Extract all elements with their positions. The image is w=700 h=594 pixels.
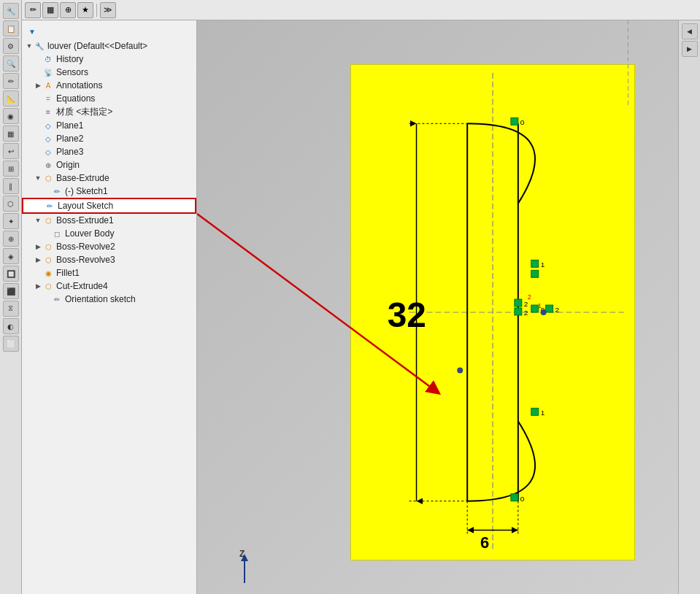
svg-rect-19 [515,308,522,315]
expand-orientation-sketch [42,295,51,304]
tree-item-plane1[interactable]: ◇ Plane1 [22,119,196,132]
expand-annotations[interactable]: ▶ [34,81,42,90]
toolbar-btn-15[interactable]: ◈ [3,248,19,264]
toolbar-btn-10[interactable]: ⊞ [3,161,19,177]
toolbar-btn-4[interactable]: 🔍 [3,55,19,72]
left-toolbar: 🔧 📋 ⚙ 🔍 ✏ 📐 ◉ ▦ ↩ ⊞ ∥ ⬡ ✦ ⊕ ◈ 🔲 ⬛ ⧖ ◐ ⬜ [0,0,22,594]
tree-item-cut-extrude4[interactable]: ▶ ⬡ Cut-Extrude4 [22,279,196,293]
z-axis-indicator: Z [234,548,255,587]
svg-rect-14 [531,260,539,267]
toolbar-btn-12[interactable]: ⬡ [3,196,19,212]
toolbar-btn-18[interactable]: ⧖ [3,301,19,317]
toolbar-btn-3[interactable]: ⚙ [3,38,19,54]
label-base-extrude: Base-Extrude [56,173,109,183]
tree-item-boss-revolve3[interactable]: ▶ ⬡ Boss-Revolve3 [22,253,196,266]
toolbar-btn-8[interactable]: ▦ [3,126,19,142]
label-louver-body: Louver Body [65,228,114,239]
right-btn-2[interactable]: ▶ [682,41,698,57]
toolbar-btn-14[interactable]: ⊕ [3,231,19,247]
toolbar-btn-5[interactable]: ✏ [3,73,19,89]
dash-line-top [628,20,628,108]
expand-sensors [34,68,42,77]
expand-boss-extrude1[interactable]: ▼ [34,216,42,225]
label-boss-revolve3: Boss-Revolve3 [56,255,115,265]
expand-fillet1 [34,269,42,277]
tree-item-history[interactable]: ⏱ History [22,53,196,66]
tree-item-layout-sketch[interactable]: ✏ Layout Sketch [22,198,196,214]
svg-rect-16 [531,270,539,277]
svg-text:32: 32 [388,296,426,334]
tree-item-base-extrude[interactable]: ▼ ⬡ Base-Extrude [22,171,196,185]
top-btn-insert[interactable]: ⊕ [60,2,76,18]
tree-item-boss-extrude1[interactable]: ▼ ⬡ Boss-Extrude1 [22,214,196,227]
expand-boss-revolve2[interactable]: ▶ [34,242,42,251]
feature-tree[interactable]: ▼ ▼ 🔧 louver (Default<<Default> ⏱ Histor… [22,20,197,594]
icon-equations: = [42,93,54,104]
tree-item-louver-body[interactable]: ◻ Louver Body [22,227,196,240]
icon-plane2: ◇ [42,133,54,144]
tree-item-orientation-sketch[interactable]: ✏ Orientation sketch [22,293,196,306]
tree-item-boss-revolve2[interactable]: ▶ ⬡ Boss-Revolve2 [22,240,196,253]
expand-plane1 [34,121,42,130]
icon-origin: ⊕ [42,159,54,171]
svg-text:2: 2 [524,300,528,308]
toolbar-btn-20[interactable]: ⬜ [3,336,19,352]
toolbar-btn-9[interactable]: ↩ [3,143,19,159]
toolbar-btn-11[interactable]: ∥ [3,178,19,194]
icon-boss-extrude1: ⬡ [42,215,54,226]
icon-boss-revolve3: ⬡ [42,254,54,266]
icon-sketch1: ✏ [51,185,63,197]
top-btn-star[interactable]: ★ [77,2,93,18]
tree-item-equations[interactable]: = Equations [22,92,196,105]
expand-plane3 [34,147,42,156]
label-equations: Equations [56,93,95,104]
tree-item-fillet1[interactable]: ◉ Fillet1 [22,266,196,279]
icon-orientation-sketch: ✏ [51,293,63,305]
toolbar-btn-16[interactable]: 🔲 [3,266,19,282]
tree-item-material[interactable]: ≡ 材质 <未指定> [22,105,196,119]
tree-item-origin[interactable]: ⊕ Origin [22,158,196,171]
expand-base-extrude[interactable]: ▼ [34,174,42,182]
viewport[interactable]: 32 6 0 1 2 [197,20,678,594]
icon-material: ≡ [42,107,54,118]
svg-text:0: 0 [520,495,525,503]
label-sketch1: (-) Sketch1 [65,186,108,196]
expand-plane2 [34,134,42,143]
toolbar-btn-7[interactable]: ◉ [3,108,19,124]
icon-plane1: ◇ [42,120,54,131]
tree-item-root[interactable]: ▼ 🔧 louver (Default<<Default> [22,39,196,53]
toolbar-btn-19[interactable]: ◐ [3,318,19,334]
content-area: ▼ ▼ 🔧 louver (Default<<Default> ⏱ Histor… [22,20,700,594]
top-btn-sketch[interactable]: ✏ [25,2,41,18]
svg-text:2: 2 [524,309,528,317]
toolbar-btn-13[interactable]: ✦ [3,213,19,229]
tree-item-sketch1[interactable]: ✏ (-) Sketch1 [22,185,196,198]
tree-item-sensors[interactable]: 📡 Sensors [22,66,196,79]
z-axis-svg: Z [234,548,255,585]
top-btn-more[interactable]: ≫ [100,2,116,18]
label-material: 材质 <未指定> [56,106,112,118]
expand-cut-extrude4[interactable]: ▶ [34,282,42,290]
sketch-area: 32 6 0 1 2 [350,64,635,560]
toolbar-btn-2[interactable]: 📋 [3,20,19,36]
right-toolbar: ◀ ▶ [678,20,700,594]
tree-item-plane3[interactable]: ◇ Plane3 [22,145,196,158]
svg-rect-29 [511,494,518,501]
toolbar-btn-6[interactable]: 📐 [3,90,19,107]
top-toolbar: ✏ ▦ ⊕ ★ ≫ [22,0,700,20]
svg-rect-12 [511,117,518,125]
filter-icon[interactable]: ▼ [26,26,38,37]
svg-rect-31 [531,408,539,415]
toolbar-btn-1[interactable]: 🔧 [3,3,19,19]
toolbar-btn-17[interactable]: ⬛ [3,283,19,299]
toolbar-sep-1 [96,4,97,17]
tree-item-plane2[interactable]: ◇ Plane2 [22,132,196,145]
expand-sketch1 [42,187,51,196]
svg-text:0: 0 [520,118,525,126]
expand-root[interactable]: ▼ [25,42,34,50]
right-btn-1[interactable]: ◀ [682,23,698,39]
label-annotations: Annotations [56,80,102,90]
top-btn-view[interactable]: ▦ [42,2,58,18]
expand-boss-revolve3[interactable]: ▶ [34,255,42,264]
tree-item-annotations[interactable]: ▶ A Annotations [22,79,196,92]
